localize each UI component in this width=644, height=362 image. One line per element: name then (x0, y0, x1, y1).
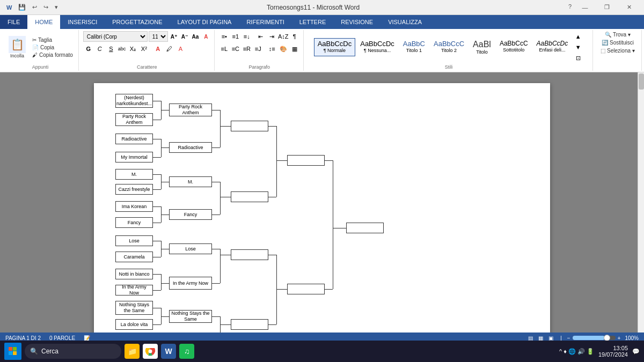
zoom-slider[interactable] (573, 336, 616, 340)
italic-button[interactable]: C (94, 43, 105, 54)
underline-button[interactable]: S (106, 43, 116, 54)
bracket-box-r3_2[interactable] (231, 191, 268, 202)
bracket-box-r2_3[interactable]: M. (169, 176, 212, 187)
chrome-button[interactable] (143, 344, 158, 359)
quick-access-undo[interactable]: ↩ (30, 3, 39, 12)
style-sottotitolo[interactable]: AaBbCcC Sottotitolo (496, 38, 532, 56)
decrease-indent-button[interactable]: ⇤ (255, 31, 266, 42)
quick-access-redo[interactable]: ↪ (41, 3, 50, 12)
align-center-button[interactable]: ≡C (230, 43, 241, 54)
bracket-box-r5_1[interactable] (346, 223, 384, 233)
line-spacing-button[interactable]: ↕≡ (267, 43, 277, 54)
paste-button[interactable]: 📋 Incolla (5, 35, 29, 60)
bracket-box-r3_1[interactable] (231, 121, 268, 131)
close-button[interactable]: ✕ (618, 2, 640, 13)
show-marks-button[interactable]: ¶ (289, 31, 300, 42)
sort-button[interactable]: A↕Z (278, 31, 289, 42)
view-print-button[interactable]: ▦ (537, 335, 545, 341)
word-button[interactable]: W (161, 344, 176, 359)
quick-access-save[interactable]: 💾 (16, 3, 28, 12)
spotify-button[interactable]: ♫ (179, 344, 194, 359)
border-button[interactable]: ▦ (289, 43, 300, 54)
bracket-box-r3_4[interactable] (231, 319, 268, 330)
bracket-box-r1_7[interactable]: Ima Korean (115, 201, 153, 212)
bracket-box-r1_13[interactable]: Nothing Stays the Same (115, 301, 153, 315)
scrollbar-vertical[interactable] (638, 72, 644, 333)
style-titolo2[interactable]: AaBbCcC Titolo 2 (430, 38, 468, 56)
align-right-button[interactable]: ≡R (241, 43, 252, 54)
bracket-box-r1_8[interactable]: Fancy (115, 217, 153, 228)
cut-button[interactable]: ✂ Taglia (30, 36, 75, 43)
file-explorer-button[interactable]: 📁 (125, 344, 140, 359)
bold-button[interactable]: G (83, 43, 94, 54)
increase-indent-button[interactable]: ⇥ (267, 31, 277, 42)
justify-button[interactable]: ≡J (253, 43, 264, 54)
style-enfasi[interactable]: AaBbCcDc Enfasi deli... (533, 38, 572, 56)
styles-up-button[interactable]: ▲ (573, 31, 583, 42)
bracket-box-r4_2[interactable] (287, 284, 325, 294)
sostituisci-button[interactable]: 🔄 Sostituisci (598, 39, 637, 46)
zoom-out-button[interactable]: − (567, 335, 570, 341)
bracket-box-r2_1[interactable]: Party Rock Anthem (169, 104, 212, 116)
tab-file[interactable]: FILE (0, 15, 27, 29)
notification-button[interactable]: 💬 (632, 348, 640, 355)
zoom-in-button[interactable]: + (618, 335, 621, 341)
strikethrough-button[interactable]: abc (118, 46, 126, 51)
bracket-box-r1_4[interactable]: My Immortal (115, 152, 153, 162)
bracket-box-r1_12[interactable]: In the Army Now (115, 285, 153, 295)
subscript-button[interactable]: X₂ (127, 43, 138, 54)
bracket-box-r1_10[interactable]: Caramela (115, 252, 153, 262)
format-painter-button[interactable]: 🖌 Copia formato (30, 51, 75, 58)
trova-button[interactable]: 🔍 Trova ▾ (602, 31, 634, 38)
bracket-box-r1_9[interactable]: Lose (115, 235, 153, 246)
copy-button[interactable]: 📄 Copia (30, 44, 75, 51)
tab-inserisci[interactable]: INSERISCI (60, 15, 105, 29)
view-read-button[interactable]: ▤ (526, 335, 535, 341)
tab-revisione[interactable]: REVISIONE (333, 15, 380, 29)
clear-format-button[interactable]: A (201, 32, 211, 41)
tab-visualizza[interactable]: VISUALIZZA (380, 15, 429, 29)
tab-progettazione[interactable]: PROGETTAZIONE (105, 15, 170, 29)
minimize-button[interactable]: — (574, 2, 596, 13)
restore-button[interactable]: ❐ (596, 2, 618, 13)
bracket-box-r1_11[interactable]: Notti in bianco (115, 269, 153, 279)
bracket-box-r3_3[interactable] (231, 249, 268, 260)
bracket-box-r1_2[interactable]: Party Rock Anthem (115, 113, 153, 126)
taskbar-search-bar[interactable]: 🔍 Cerca (25, 344, 121, 359)
bracket-box-r1_3[interactable]: Radioactive (115, 134, 153, 144)
superscript-button[interactable]: X² (138, 43, 149, 54)
font-shrink-button[interactable]: A⁻ (180, 32, 189, 41)
change-case-button[interactable]: Aa (191, 32, 200, 41)
tab-home[interactable]: HOME (27, 15, 60, 29)
align-left-button[interactable]: ≡L (219, 43, 230, 54)
numbered-list-button[interactable]: ≡1 (230, 31, 241, 42)
bracket-box-r2_7[interactable]: Nothing Stays the Same (169, 310, 212, 323)
bracket-box-r4_1[interactable] (287, 155, 325, 166)
shading-button[interactable]: 🎨 (278, 43, 289, 54)
scrollbar-thumb[interactable] (639, 73, 644, 90)
bracket-box-r1_5[interactable]: M. (115, 169, 153, 180)
bracket-box-r1_6[interactable]: Cazzi freestyle (115, 184, 153, 195)
styles-more-button[interactable]: ⊡ (573, 53, 583, 63)
help-button[interactable]: ? (566, 2, 574, 13)
bracket-box-r1_14[interactable]: La dolce vita (115, 319, 153, 330)
font-name-select[interactable]: Calibri (Corp (83, 31, 148, 42)
bullet-list-button[interactable]: ≡• (219, 31, 230, 42)
font-shade-button[interactable]: A (175, 43, 186, 54)
tab-lettere[interactable]: LETTERE (292, 15, 334, 29)
highlight-button[interactable]: 🖊 (164, 43, 174, 54)
bracket-box-r2_4[interactable]: Fancy (169, 209, 212, 220)
multilevel-list-button[interactable]: ≡↓ (241, 31, 252, 42)
bracket-box-r2_2[interactable]: Radioactive (169, 142, 212, 153)
bracket-box-r2_6[interactable]: In the Army Now (169, 277, 212, 290)
tab-riferimenti[interactable]: RIFERIMENTI (239, 15, 291, 29)
seleziona-button[interactable]: ⬚ Seleziona ▾ (597, 47, 638, 54)
style-normale[interactable]: AaBbCcDc ¶ Normale (314, 38, 356, 56)
tab-layout[interactable]: LAYOUT DI PAGINA (170, 15, 239, 29)
font-grow-button[interactable]: A⁺ (169, 32, 179, 41)
view-web-button[interactable]: ▣ (547, 335, 555, 341)
styles-down-button[interactable]: ▼ (573, 42, 583, 53)
style-titolo[interactable]: AaBl Titolo (469, 38, 495, 56)
style-titolo1[interactable]: AaBbC Titolo 1 (399, 38, 429, 56)
bracket-box-r1_1[interactable]: (Nerdest) narkotikundest... (115, 94, 153, 108)
